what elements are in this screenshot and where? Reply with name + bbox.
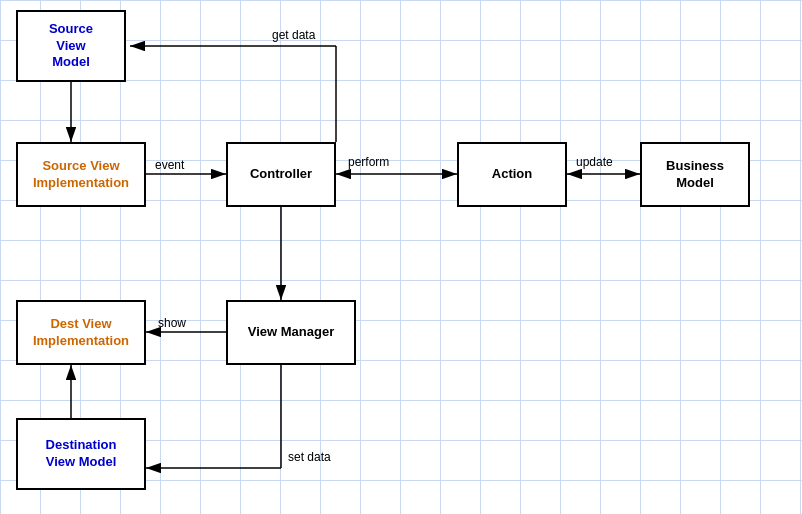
view-manager-box: View Manager bbox=[226, 300, 356, 365]
set-data-label: set data bbox=[288, 450, 331, 464]
business-model-box: BusinessModel bbox=[640, 142, 750, 207]
action-box: Action bbox=[457, 142, 567, 207]
get-data-label: get data bbox=[272, 28, 315, 42]
diagram-container: get data event perform update show set d… bbox=[0, 0, 802, 514]
event-label: event bbox=[155, 158, 184, 172]
update-label: update bbox=[576, 155, 613, 169]
dest-view-impl-box: Dest ViewImplementation bbox=[16, 300, 146, 365]
source-view-impl-box: Source ViewImplementation bbox=[16, 142, 146, 207]
show-label: show bbox=[158, 316, 186, 330]
source-view-model-box: SourceViewModel bbox=[16, 10, 126, 82]
perform-label: perform bbox=[348, 155, 389, 169]
controller-box: Controller bbox=[226, 142, 336, 207]
dest-view-model-box: DestinationView Model bbox=[16, 418, 146, 490]
